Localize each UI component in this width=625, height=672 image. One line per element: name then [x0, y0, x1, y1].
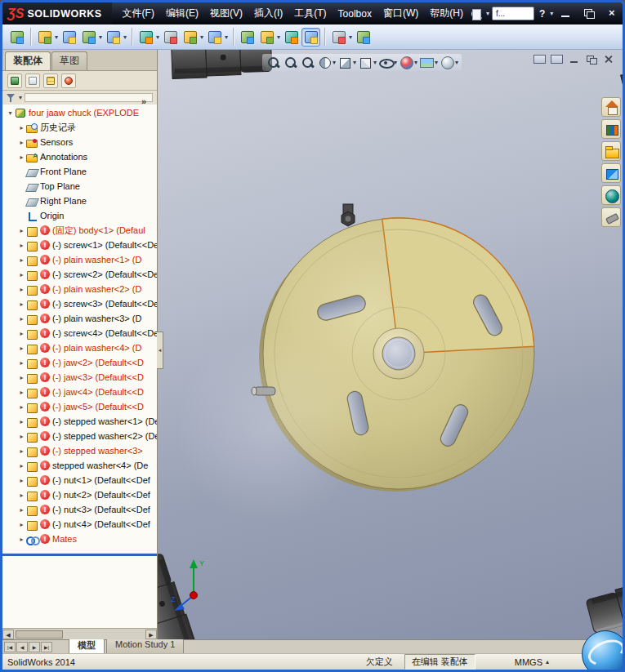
- tree-item[interactable]: ▸ (-) jaw<5> (Default<<D: [2, 399, 157, 414]
- search-input[interactable]: [492, 7, 534, 20]
- menu-item-1[interactable]: 编辑(E): [160, 3, 204, 24]
- expand-arrow-icon[interactable]: ▸: [17, 374, 26, 381]
- tree-item[interactable]: ▸ stepped washer<4> (De: [2, 458, 157, 473]
- chevron-down-icon[interactable]: ▾: [155, 33, 160, 41]
- chevron-down-icon[interactable]: ▾: [373, 59, 377, 66]
- chevron-down-icon[interactable]: ▾: [333, 59, 336, 66]
- edit-appearance-button[interactable]: ▾: [399, 55, 417, 70]
- chevron-down-icon[interactable]: ▾: [486, 10, 489, 17]
- document-restore-button[interactable]: [583, 53, 599, 65]
- tree-item[interactable]: ▸ (-) stepped washer<2> (De: [2, 429, 157, 443]
- smart-fasteners-button[interactable]: [104, 28, 123, 47]
- units-selector[interactable]: MMGS: [515, 657, 542, 667]
- chevron-down-icon[interactable]: ▾: [550, 10, 553, 17]
- chuck-jaw-right[interactable]: [171, 50, 272, 78]
- new-document-icon[interactable]: [469, 7, 484, 20]
- model-canvas[interactable]: [158, 50, 623, 639]
- chevron-down-icon[interactable]: ▾: [455, 59, 458, 66]
- tree-item[interactable]: Top Plane: [2, 179, 157, 194]
- hide-show-items-button[interactable]: ▾: [378, 55, 397, 70]
- displaymanager-tab[interactable]: [61, 73, 76, 88]
- show-hidden-components-button[interactable]: [161, 28, 180, 47]
- scroll-right-icon[interactable]: ▶: [145, 630, 157, 639]
- expand-arrow-icon[interactable]: ▸: [17, 227, 26, 234]
- expand-arrow-icon[interactable]: ▸: [17, 345, 26, 352]
- chevron-down-icon[interactable]: ▾: [54, 33, 59, 41]
- chevron-down-icon[interactable]: ▾: [98, 33, 103, 41]
- tree-item[interactable]: ▸ Mates: [2, 532, 157, 546]
- reference-geometry-button[interactable]: [205, 28, 224, 47]
- tree-filter-input[interactable]: [25, 93, 153, 102]
- menu-item-4[interactable]: 工具(T): [288, 3, 332, 24]
- center-hole[interactable]: [382, 337, 415, 370]
- filter-funnel-icon[interactable]: [7, 93, 16, 103]
- exploded-view-button[interactable]: [282, 28, 301, 47]
- viewport-toolbar-icon[interactable]: [532, 53, 547, 65]
- solidworks-resources-ball-icon[interactable]: [582, 630, 625, 672]
- tab-scroll-button-2[interactable]: ▶: [29, 642, 40, 652]
- expand-arrow-icon[interactable]: ▸: [17, 359, 26, 367]
- help-button[interactable]: ?: [537, 8, 547, 20]
- tree-item[interactable]: ▸ (-) nut<4> (Default<<Def: [2, 517, 157, 532]
- document-close-button[interactable]: [600, 53, 616, 65]
- expand-arrow-icon[interactable]: ▸: [17, 242, 26, 249]
- display-style-button[interactable]: ▾: [358, 55, 377, 70]
- interference-detection-button[interactable]: [329, 28, 348, 47]
- design-library-button[interactable]: [601, 119, 621, 139]
- tree-item[interactable]: ▸ (-) stepped washer<1> (De: [2, 414, 157, 429]
- expand-arrow-icon[interactable]: ▸: [17, 124, 26, 131]
- chevron-down-icon[interactable]: ▾: [224, 33, 229, 41]
- tab-scroll-button-1[interactable]: ◀: [16, 642, 28, 652]
- file-explorer-button[interactable]: [601, 141, 621, 161]
- chevron-down-icon[interactable]: ▾: [414, 59, 417, 66]
- expand-arrow-icon[interactable]: ▸: [17, 447, 26, 455]
- tab-assembly[interactable]: 装配体: [5, 51, 51, 70]
- tree-item[interactable]: ▸ (-) screw<3> (Default<<De: [2, 296, 157, 311]
- chuck-jaw-left[interactable]: [585, 571, 623, 638]
- tree-item[interactable]: ▸ (-) screw<1> (Default<<De: [2, 238, 157, 252]
- restore-button[interactable]: [578, 7, 599, 20]
- bill-of-materials-button[interactable]: [257, 28, 276, 47]
- instant3d-button[interactable]: [354, 28, 373, 47]
- expand-arrow-icon[interactable]: ▸: [17, 418, 26, 425]
- expand-arrow-icon[interactable]: ▸: [17, 389, 26, 396]
- expand-arrow-icon[interactable]: ▸: [17, 139, 26, 146]
- tree-item[interactable]: ▸ (-) screw<2> (Default<<De: [2, 267, 157, 282]
- featuremanager-tree-tab[interactable]: [7, 73, 22, 88]
- tree-item[interactable]: Front Plane: [2, 164, 157, 179]
- insert-components-button[interactable]: [35, 28, 54, 47]
- tree-item[interactable]: ▸ Annotations: [2, 149, 157, 164]
- jaw-screw-top[interactable]: [342, 204, 355, 226]
- tab-scroll-button-3[interactable]: ▶|: [41, 642, 52, 652]
- tree-item[interactable]: ▸ (-) screw<4> (Default<<De: [2, 326, 157, 340]
- custom-properties-button[interactable]: [601, 207, 621, 227]
- viewport-toolbar-icon[interactable]: [549, 53, 565, 65]
- panel-splitter-grip[interactable]: ◂: [157, 332, 163, 369]
- expand-arrow-icon[interactable]: ▸: [17, 315, 26, 323]
- tree-item[interactable]: ▸ (-) nut<1> (Default<<Def: [2, 473, 157, 487]
- propertymanager-tab[interactable]: [25, 73, 40, 88]
- configurationmanager-tab[interactable]: [43, 73, 58, 88]
- menu-item-6[interactable]: 窗口(W): [377, 3, 424, 24]
- tree-item[interactable]: ▸ (-) plain washer<2> (D: [2, 282, 157, 296]
- expand-arrow-icon[interactable]: ▸: [17, 286, 26, 293]
- chevron-down-icon[interactable]: ▾: [435, 59, 438, 66]
- chevron-down-icon[interactable]: ▾: [348, 33, 353, 41]
- tree-item[interactable]: ▸ Sensors: [2, 135, 157, 149]
- tree-item[interactable]: ▸ (-) nut<2> (Default<<Def: [2, 487, 157, 502]
- view-settings-button[interactable]: ▾: [440, 55, 458, 70]
- expand-arrow-icon[interactable]: ▸: [17, 477, 26, 484]
- minimize-button[interactable]: [556, 7, 576, 20]
- tree-item[interactable]: ▸ (-) jaw<4> (Default<<D: [2, 385, 157, 399]
- zoom-to-fit-button[interactable]: [266, 55, 281, 70]
- tree-item[interactable]: ▸ (-) plain washer<4> (D: [2, 340, 157, 355]
- tree-item[interactable]: ▸ (-) plain washer<1> (D: [2, 252, 157, 267]
- edit-component-button[interactable]: [7, 28, 26, 47]
- expand-arrow-icon[interactable]: ▸: [17, 403, 26, 411]
- explode-line-sketch-button[interactable]: [301, 28, 320, 47]
- tree-item[interactable]: ▸ (固定) body<1> (Defaul: [2, 223, 157, 238]
- tree-item[interactable]: Origin: [2, 208, 157, 223]
- mate-button[interactable]: [60, 28, 78, 47]
- linear-component-pattern-button[interactable]: [79, 28, 98, 47]
- units-caret-icon[interactable]: ▴: [546, 658, 549, 665]
